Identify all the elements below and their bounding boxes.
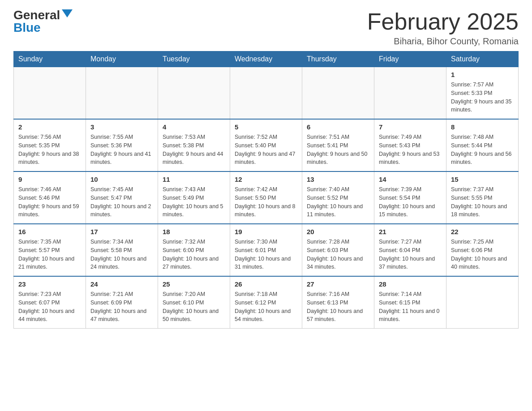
calendar-cell: 7Sunrise: 7:49 AMSunset: 5:43 PMDaylight… xyxy=(374,119,446,171)
calendar-cell: 18Sunrise: 7:32 AMSunset: 6:00 PMDayligh… xyxy=(158,224,230,276)
logo-triangle-icon xyxy=(62,9,73,17)
day-number: 16 xyxy=(18,227,81,236)
calendar-cell: 28Sunrise: 7:14 AMSunset: 6:15 PMDayligh… xyxy=(374,276,446,329)
day-info: Sunrise: 7:40 AMSunset: 5:52 PMDaylight:… xyxy=(307,185,369,219)
weekday-header-monday: Monday xyxy=(86,51,158,67)
day-number: 11 xyxy=(163,175,225,184)
calendar-cell: 22Sunrise: 7:25 AMSunset: 6:06 PMDayligh… xyxy=(446,224,519,276)
day-number: 28 xyxy=(379,279,442,289)
calendar-cell: 4Sunrise: 7:53 AMSunset: 5:38 PMDaylight… xyxy=(158,119,230,171)
day-info: Sunrise: 7:30 AMSunset: 6:01 PMDaylight:… xyxy=(235,238,297,271)
day-info: Sunrise: 7:46 AMSunset: 5:46 PMDaylight:… xyxy=(18,185,81,219)
calendar-week-row: 2Sunrise: 7:56 AMSunset: 5:35 PMDaylight… xyxy=(14,119,519,171)
day-number: 4 xyxy=(163,122,225,132)
calendar-week-row: 1Sunrise: 7:57 AMSunset: 5:33 PMDaylight… xyxy=(14,67,519,120)
logo-general-text: General xyxy=(13,9,60,21)
day-info: Sunrise: 7:45 AMSunset: 5:47 PMDaylight:… xyxy=(90,185,153,219)
day-info: Sunrise: 7:56 AMSunset: 5:35 PMDaylight:… xyxy=(18,133,81,167)
day-info: Sunrise: 7:28 AMSunset: 6:03 PMDaylight:… xyxy=(307,238,369,271)
day-number: 15 xyxy=(451,175,514,184)
calendar-week-row: 9Sunrise: 7:46 AMSunset: 5:46 PMDaylight… xyxy=(14,171,519,224)
calendar-cell: 1Sunrise: 7:57 AMSunset: 5:33 PMDaylight… xyxy=(446,67,519,120)
day-number: 5 xyxy=(235,122,297,132)
day-number: 14 xyxy=(379,175,442,184)
weekday-header-thursday: Thursday xyxy=(302,51,374,67)
calendar-cell xyxy=(158,67,230,120)
month-title: February 2025 xyxy=(367,9,519,34)
day-info: Sunrise: 7:51 AMSunset: 5:41 PMDaylight:… xyxy=(307,133,369,167)
day-info: Sunrise: 7:23 AMSunset: 6:07 PMDaylight:… xyxy=(18,290,81,324)
day-info: Sunrise: 7:49 AMSunset: 5:43 PMDaylight:… xyxy=(379,133,442,167)
calendar-cell: 24Sunrise: 7:21 AMSunset: 6:09 PMDayligh… xyxy=(86,276,158,329)
calendar-cell xyxy=(374,67,446,120)
day-number: 13 xyxy=(307,175,369,184)
day-number: 27 xyxy=(307,279,369,289)
calendar-cell: 15Sunrise: 7:37 AMSunset: 5:55 PMDayligh… xyxy=(446,171,519,224)
day-info: Sunrise: 7:21 AMSunset: 6:09 PMDaylight:… xyxy=(90,290,153,324)
calendar-cell: 25Sunrise: 7:20 AMSunset: 6:10 PMDayligh… xyxy=(158,276,230,329)
calendar-cell: 19Sunrise: 7:30 AMSunset: 6:01 PMDayligh… xyxy=(230,224,302,276)
day-number: 19 xyxy=(235,227,297,236)
calendar-cell xyxy=(302,67,374,120)
day-number: 18 xyxy=(163,227,225,236)
day-number: 1 xyxy=(451,70,514,79)
day-info: Sunrise: 7:32 AMSunset: 6:00 PMDaylight:… xyxy=(163,238,225,271)
calendar-cell: 27Sunrise: 7:16 AMSunset: 6:13 PMDayligh… xyxy=(302,276,374,329)
weekday-header-tuesday: Tuesday xyxy=(158,51,230,67)
calendar-cell: 17Sunrise: 7:34 AMSunset: 5:58 PMDayligh… xyxy=(86,224,158,276)
day-number: 17 xyxy=(90,227,153,236)
day-info: Sunrise: 7:48 AMSunset: 5:44 PMDaylight:… xyxy=(451,133,514,167)
day-info: Sunrise: 7:57 AMSunset: 5:33 PMDaylight:… xyxy=(451,81,514,114)
day-number: 20 xyxy=(307,227,369,236)
day-number: 6 xyxy=(307,122,369,132)
day-info: Sunrise: 7:53 AMSunset: 5:38 PMDaylight:… xyxy=(163,133,225,167)
day-info: Sunrise: 7:27 AMSunset: 6:04 PMDaylight:… xyxy=(379,238,442,271)
day-info: Sunrise: 7:16 AMSunset: 6:13 PMDaylight:… xyxy=(307,290,369,324)
calendar-cell: 23Sunrise: 7:23 AMSunset: 6:07 PMDayligh… xyxy=(14,276,86,329)
location-text: Biharia, Bihor County, Romania xyxy=(367,36,519,47)
day-info: Sunrise: 7:35 AMSunset: 5:57 PMDaylight:… xyxy=(18,238,81,271)
day-info: Sunrise: 7:14 AMSunset: 6:15 PMDaylight:… xyxy=(379,290,442,324)
day-info: Sunrise: 7:18 AMSunset: 6:12 PMDaylight:… xyxy=(235,290,297,324)
day-info: Sunrise: 7:20 AMSunset: 6:10 PMDaylight:… xyxy=(163,290,225,324)
weekday-header-saturday: Saturday xyxy=(446,51,519,67)
day-info: Sunrise: 7:43 AMSunset: 5:49 PMDaylight:… xyxy=(163,185,225,219)
calendar-cell: 10Sunrise: 7:45 AMSunset: 5:47 PMDayligh… xyxy=(86,171,158,224)
day-info: Sunrise: 7:34 AMSunset: 5:58 PMDaylight:… xyxy=(90,238,153,271)
calendar-cell xyxy=(86,67,158,120)
calendar-cell: 5Sunrise: 7:52 AMSunset: 5:40 PMDaylight… xyxy=(230,119,302,171)
day-number: 12 xyxy=(235,175,297,184)
title-block: February 2025 Biharia, Bihor County, Rom… xyxy=(367,9,519,47)
calendar-cell: 11Sunrise: 7:43 AMSunset: 5:49 PMDayligh… xyxy=(158,171,230,224)
calendar-cell: 20Sunrise: 7:28 AMSunset: 6:03 PMDayligh… xyxy=(302,224,374,276)
day-number: 9 xyxy=(18,175,81,184)
day-number: 22 xyxy=(451,227,514,236)
calendar-cell: 6Sunrise: 7:51 AMSunset: 5:41 PMDaylight… xyxy=(302,119,374,171)
calendar-cell: 3Sunrise: 7:55 AMSunset: 5:36 PMDaylight… xyxy=(86,119,158,171)
day-info: Sunrise: 7:55 AMSunset: 5:36 PMDaylight:… xyxy=(90,133,153,167)
day-info: Sunrise: 7:25 AMSunset: 6:06 PMDaylight:… xyxy=(451,238,514,271)
day-info: Sunrise: 7:52 AMSunset: 5:40 PMDaylight:… xyxy=(235,133,297,167)
day-number: 2 xyxy=(18,122,81,132)
calendar-cell: 8Sunrise: 7:48 AMSunset: 5:44 PMDaylight… xyxy=(446,119,519,171)
logo-blue-text: Blue xyxy=(13,21,41,34)
calendar-cell: 2Sunrise: 7:56 AMSunset: 5:35 PMDaylight… xyxy=(14,119,86,171)
calendar-cell xyxy=(446,276,519,329)
day-number: 8 xyxy=(451,122,514,132)
calendar-cell: 16Sunrise: 7:35 AMSunset: 5:57 PMDayligh… xyxy=(14,224,86,276)
day-number: 3 xyxy=(90,122,153,132)
day-info: Sunrise: 7:37 AMSunset: 5:55 PMDaylight:… xyxy=(451,185,514,219)
calendar-cell: 21Sunrise: 7:27 AMSunset: 6:04 PMDayligh… xyxy=(374,224,446,276)
weekday-header-wednesday: Wednesday xyxy=(230,51,302,67)
calendar-table: SundayMondayTuesdayWednesdayThursdayFrid… xyxy=(13,51,519,329)
day-number: 7 xyxy=(379,122,442,132)
calendar-cell: 14Sunrise: 7:39 AMSunset: 5:54 PMDayligh… xyxy=(374,171,446,224)
calendar-cell: 26Sunrise: 7:18 AMSunset: 6:12 PMDayligh… xyxy=(230,276,302,329)
day-info: Sunrise: 7:39 AMSunset: 5:54 PMDaylight:… xyxy=(379,185,442,219)
day-number: 21 xyxy=(379,227,442,236)
day-number: 23 xyxy=(18,279,81,289)
day-number: 25 xyxy=(163,279,225,289)
calendar-cell xyxy=(230,67,302,120)
calendar-cell: 9Sunrise: 7:46 AMSunset: 5:46 PMDaylight… xyxy=(14,171,86,224)
day-info: Sunrise: 7:42 AMSunset: 5:50 PMDaylight:… xyxy=(235,185,297,219)
